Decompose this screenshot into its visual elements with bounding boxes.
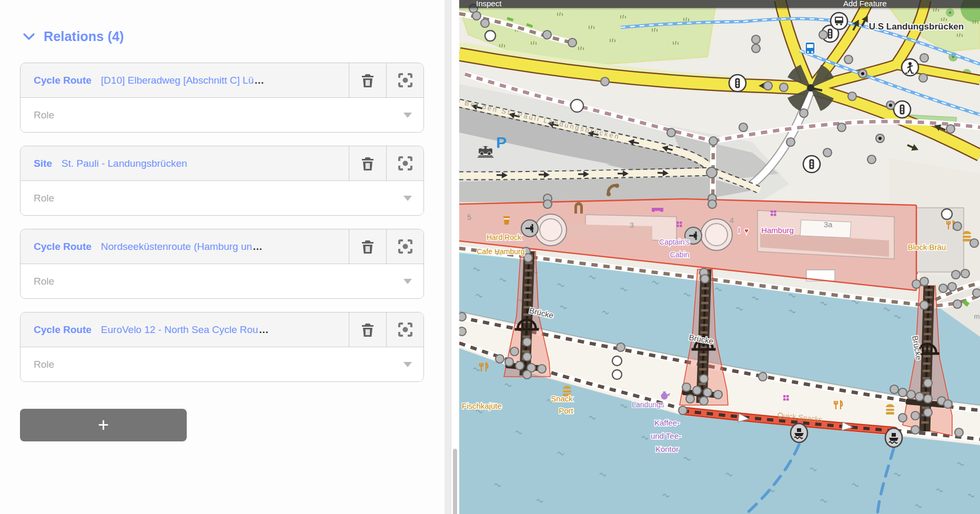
frame-target-icon bbox=[398, 239, 412, 254]
relation-type-label: Cycle Route bbox=[34, 75, 92, 86]
svg-text:Captain's: Captain's bbox=[659, 238, 690, 246]
traffic-signal-icon[interactable] bbox=[729, 75, 746, 92]
zoom-to-relation-button[interactable] bbox=[386, 313, 423, 347]
svg-text:Cabin: Cabin bbox=[670, 250, 690, 259]
zoom-to-relation-button[interactable] bbox=[386, 146, 423, 180]
relation-type-label: Cycle Route bbox=[34, 324, 92, 336]
relation-name-ellipsis: … bbox=[259, 324, 269, 336]
svg-text:U S Landungsbrücken: U S Landungsbrücken bbox=[869, 22, 964, 32]
svg-text:3: 3 bbox=[630, 220, 634, 229]
map-toolbar: Inspect Add Feature bbox=[459, 0, 980, 8]
relation-name-ellipsis: … bbox=[252, 241, 262, 253]
svg-text:Kontor: Kontor bbox=[655, 445, 679, 453]
role-dropdown-caret-icon[interactable] bbox=[403, 362, 412, 367]
relation-role-input[interactable] bbox=[34, 193, 391, 204]
svg-text:I: I bbox=[738, 226, 740, 235]
burger-icon[interactable] bbox=[886, 404, 894, 415]
trash-icon bbox=[361, 73, 375, 88]
relation-type-label: Site bbox=[34, 158, 52, 169]
delete-relation-button[interactable] bbox=[349, 146, 386, 180]
relation-card: Cycle Route Nordseeküstenroute (Hamburg … bbox=[20, 229, 424, 299]
relation-name-link[interactable]: Nordseeküstenroute (Hamburg un bbox=[101, 241, 252, 253]
delete-relation-button[interactable] bbox=[349, 63, 386, 97]
svg-text:♥: ♥ bbox=[744, 227, 749, 235]
delete-relation-button[interactable] bbox=[349, 229, 386, 264]
burger-icon[interactable] bbox=[963, 231, 971, 241]
svg-text:Port: Port bbox=[559, 406, 573, 415]
relation-role-input[interactable] bbox=[34, 359, 391, 370]
relation-card: Cycle Route EuroVelo 12 - North Sea Cycl… bbox=[20, 312, 424, 382]
svg-text:4: 4 bbox=[730, 216, 734, 225]
relation-name-ellipsis: … bbox=[254, 75, 264, 86]
ferry-icon[interactable] bbox=[791, 424, 807, 442]
relation-type-label: Cycle Route bbox=[34, 241, 92, 253]
pedestrian-crossing-icon[interactable] bbox=[902, 59, 918, 76]
svg-text:Cafe Hamburg: Cafe Hamburg bbox=[477, 247, 524, 256]
bus-station-icon[interactable] bbox=[831, 13, 847, 29]
entrance-icon[interactable] bbox=[521, 220, 538, 237]
zoom-to-relation-button[interactable] bbox=[386, 63, 423, 97]
trash-icon bbox=[361, 239, 375, 254]
relation-name-link[interactable]: [D10] Elberadweg [Abschnitt C] Lü bbox=[101, 75, 254, 86]
role-dropdown-caret-icon[interactable] bbox=[403, 196, 412, 201]
sidebar-scrollbar-track[interactable] bbox=[451, 0, 459, 514]
relations-section-header[interactable]: Relations (4) bbox=[23, 29, 124, 44]
map-render[interactable]: U S LandungsbrückenBei den St. Pauli Lan… bbox=[459, 0, 980, 514]
trash-icon bbox=[361, 322, 375, 337]
relations-sidebar: Relations (4) Cycle Route [D10] Elberadw… bbox=[0, 0, 459, 514]
relation-name-link[interactable]: EuroVelo 12 - North Sea Cycle Rou bbox=[101, 324, 258, 336]
delete-relation-button[interactable] bbox=[349, 313, 386, 347]
relation-role-input[interactable] bbox=[34, 109, 391, 121]
sidebar-scrollbar-thumb[interactable] bbox=[453, 449, 457, 514]
svg-text:3a: 3a bbox=[824, 220, 833, 229]
svg-text:Hamburg: Hamburg bbox=[761, 226, 794, 235]
zoom-to-relation-button[interactable] bbox=[386, 229, 423, 264]
sbahn-transit-icon[interactable] bbox=[805, 42, 815, 54]
frame-target-icon bbox=[398, 322, 412, 337]
svg-text:Hard Rock: Hard Rock bbox=[487, 233, 522, 241]
svg-text:Block Bräu: Block Bräu bbox=[908, 243, 946, 251]
traffic-signal-icon[interactable] bbox=[894, 101, 911, 118]
relation-role-input[interactable] bbox=[34, 276, 391, 287]
relation-card: Site St. Pauli - Landungsbrücken bbox=[20, 146, 424, 216]
chevron-down-icon[interactable] bbox=[23, 33, 35, 41]
toolbar-inspect-button[interactable]: Inspect bbox=[476, 0, 501, 9]
frame-target-icon bbox=[398, 156, 412, 170]
ferry-icon[interactable] bbox=[885, 428, 902, 447]
svg-text:Fischkajüte: Fischkajüte bbox=[462, 401, 502, 410]
trash-icon bbox=[361, 156, 375, 171]
svg-text:Snack: Snack bbox=[551, 394, 573, 403]
map-canvas[interactable]: U S LandungsbrückenBei den St. Pauli Lan… bbox=[459, 0, 980, 514]
relation-name-link[interactable]: St. Pauli - Landungsbrücken bbox=[62, 158, 187, 169]
relation-card: Cycle Route [D10] Elberadweg [Abschnitt … bbox=[20, 63, 424, 133]
toolbar-add-feature-button[interactable]: Add Feature bbox=[843, 0, 887, 9]
editor-window: Relations (4) Cycle Route [D10] Elberadw… bbox=[0, 0, 980, 514]
svg-text:Kaffee-: Kaffee- bbox=[654, 418, 680, 427]
relations-section-title: Relations (4) bbox=[44, 29, 124, 44]
svg-text:m: m bbox=[974, 313, 980, 320]
role-dropdown-caret-icon[interactable] bbox=[403, 279, 412, 284]
svg-text:Landungs: Landungs bbox=[632, 400, 664, 409]
svg-text:und Tee-: und Tee- bbox=[651, 431, 681, 440]
svg-text:5: 5 bbox=[467, 213, 471, 221]
cup-icon[interactable] bbox=[503, 216, 510, 225]
traffic-signal-icon[interactable] bbox=[803, 156, 820, 173]
panel-resizer[interactable] bbox=[444, 0, 451, 514]
role-dropdown-caret-icon[interactable] bbox=[403, 113, 412, 118]
add-relation-button[interactable]: + bbox=[20, 409, 187, 441]
frame-target-icon bbox=[398, 73, 412, 87]
svg-text:P: P bbox=[496, 134, 507, 151]
